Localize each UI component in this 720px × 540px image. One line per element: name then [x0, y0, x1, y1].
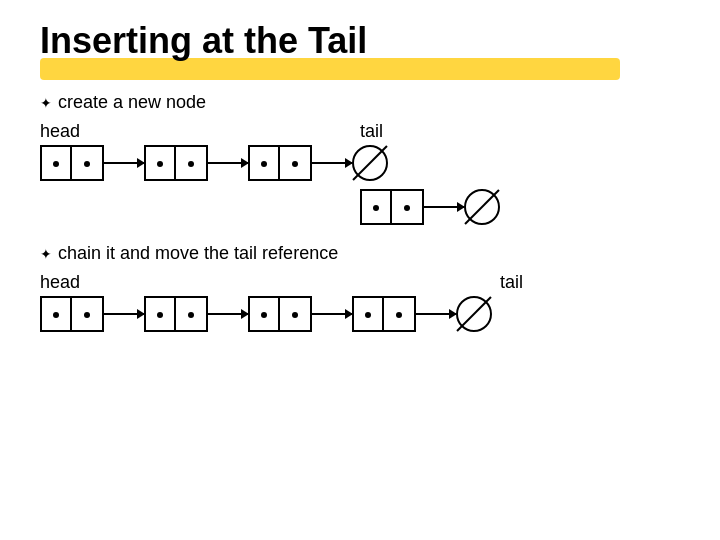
section-create-node: create a new node head tail — [40, 92, 680, 225]
new-node-row — [360, 189, 680, 225]
diagram-2: head tail — [40, 272, 680, 332]
tail-label-2: tail — [500, 272, 523, 293]
node-1-1 — [40, 145, 104, 181]
arrow-3 — [312, 162, 352, 164]
chain-row-1 — [40, 145, 680, 181]
node-2-3 — [248, 296, 312, 332]
tail-label-1: tail — [360, 121, 383, 142]
node-2-1 — [40, 296, 104, 332]
diagram-1: head tail — [40, 121, 680, 225]
arrow-2-1 — [104, 313, 144, 315]
arrow-2 — [208, 162, 248, 164]
node-2-4 — [352, 296, 416, 332]
node-1-2 — [144, 145, 208, 181]
node-1-3 — [248, 145, 312, 181]
arrow-2-3 — [312, 313, 352, 315]
bullet-2: chain it and move the tail reference — [40, 243, 680, 264]
arrow-new — [424, 206, 464, 208]
null-symbol-3 — [456, 296, 492, 332]
null-symbol-1 — [352, 145, 388, 181]
new-node — [360, 189, 424, 225]
arrow-2-2 — [208, 313, 248, 315]
bullet-1: create a new node — [40, 92, 680, 113]
page: Inserting at the Tail create a new node … — [0, 0, 720, 540]
arrow-1 — [104, 162, 144, 164]
page-title: Inserting at the Tail — [40, 20, 680, 62]
head-label-2: head — [40, 272, 80, 293]
arrow-2-4 — [416, 313, 456, 315]
node-2-2 — [144, 296, 208, 332]
head-label-1: head — [40, 121, 80, 142]
section-chain-move: chain it and move the tail reference hea… — [40, 243, 680, 332]
null-symbol-2 — [464, 189, 500, 225]
chain-row-2 — [40, 296, 680, 332]
